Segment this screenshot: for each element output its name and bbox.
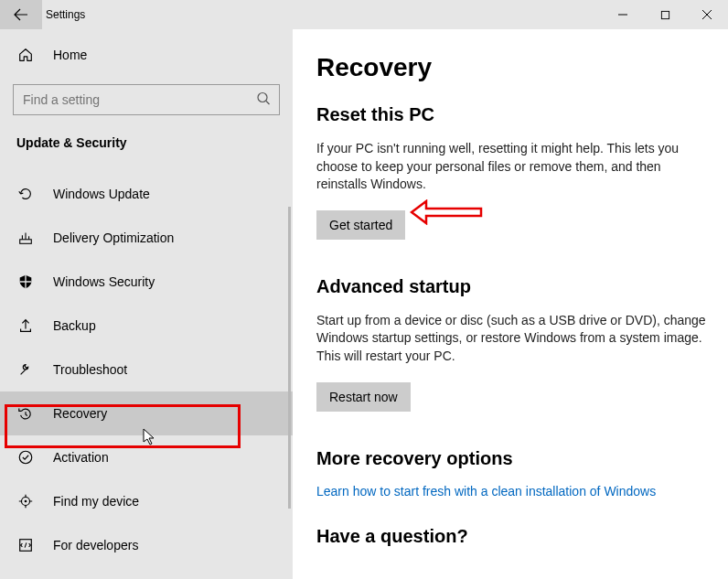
sidebar-item-label: Backup [53,318,96,333]
svg-point-1 [258,93,267,102]
refresh-icon [16,185,35,203]
advanced-section: Advanced startup Start up from a device … [316,276,708,412]
sidebar-item-recovery[interactable]: Recovery [0,391,293,435]
reset-heading: Reset this PC [316,104,708,125]
sidebar-item-activation[interactable]: Activation [0,435,293,479]
sidebar-item-delivery-optimization[interactable]: Delivery Optimization [0,216,293,260]
sidebar-scrollbar[interactable] [288,207,291,509]
sidebar-item-label: Windows Update [53,187,150,201]
shield-icon [16,273,35,291]
more-section: More recovery options Learn how to start… [316,448,708,499]
close-button[interactable] [686,0,728,29]
sidebar-item-label: For developers [53,538,138,552]
locate-icon [16,492,35,510]
recovery-icon [16,404,35,423]
page-title: Recovery [316,53,708,82]
minimize-icon [617,9,628,20]
more-heading: More recovery options [316,448,708,469]
back-button[interactable] [0,0,42,29]
titlebar: Settings [0,0,728,29]
sidebar-item-label: Activation [53,450,109,465]
sidebar: Home Update & Security Windows UpdateDel… [0,29,293,579]
sidebar-item-label: Windows Security [53,274,155,289]
advanced-body: Start up from a device or disc (such as … [316,312,708,366]
content-pane: Recovery Reset this PC If your PC isn't … [293,29,728,579]
maximize-icon [660,10,670,20]
home-icon [16,46,35,64]
get-started-button[interactable]: Get started [316,210,405,240]
advanced-heading: Advanced startup [316,276,708,297]
check-icon [16,448,35,466]
sidebar-item-windows-security[interactable]: Windows Security [0,260,293,304]
search-icon [256,91,271,109]
reset-body: If your PC isn't running well, resetting… [316,140,708,194]
minimize-button[interactable] [602,0,644,29]
optimize-icon [16,229,35,247]
question-heading: Have a question? [316,526,708,547]
restart-now-button[interactable]: Restart now [316,382,411,412]
window-title: Settings [46,8,85,21]
sidebar-item-windows-update[interactable]: Windows Update [0,172,293,216]
fresh-install-link[interactable]: Learn how to start fresh with a clean in… [316,484,708,499]
sidebar-item-for-developers[interactable]: For developers [0,523,293,567]
sidebar-item-backup[interactable]: Backup [0,304,293,348]
svg-point-5 [25,500,27,503]
back-arrow-icon [14,7,28,22]
sidebar-item-label: Delivery Optimization [53,231,174,245]
upload-icon [16,316,35,335]
sidebar-group-header: Update & Security [0,126,293,159]
home-nav[interactable]: Home [0,33,293,77]
wrench-icon [16,360,35,379]
svg-rect-2 [20,240,32,244]
search-input[interactable] [13,84,280,115]
reset-section: Reset this PC If your PC isn't running w… [316,104,708,240]
sidebar-item-find-my-device[interactable]: Find my device [0,479,293,523]
svg-rect-0 [661,11,669,18]
sidebar-item-troubleshoot[interactable]: Troubleshoot [0,348,293,391]
dev-icon [16,536,35,554]
home-label: Home [53,48,87,62]
sidebar-item-label: Recovery [53,406,107,421]
svg-point-3 [19,451,32,464]
maximize-button[interactable] [644,0,686,29]
sidebar-item-label: Find my device [53,494,139,509]
sidebar-item-label: Troubleshoot [53,362,127,377]
close-icon [701,9,712,20]
